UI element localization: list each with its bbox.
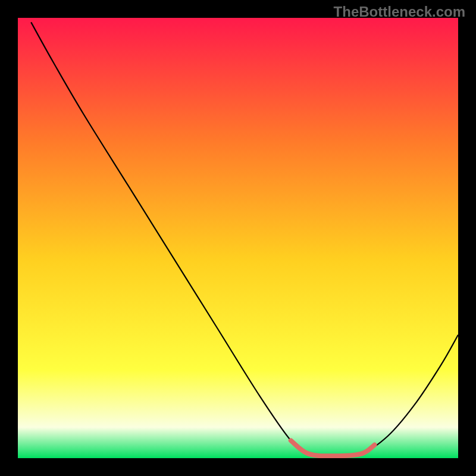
- watermark-text: TheBottleneck.com: [334, 4, 465, 20]
- chart-plot-area: [18, 18, 458, 458]
- gradient-background: [18, 18, 458, 458]
- chart-svg: [18, 18, 458, 458]
